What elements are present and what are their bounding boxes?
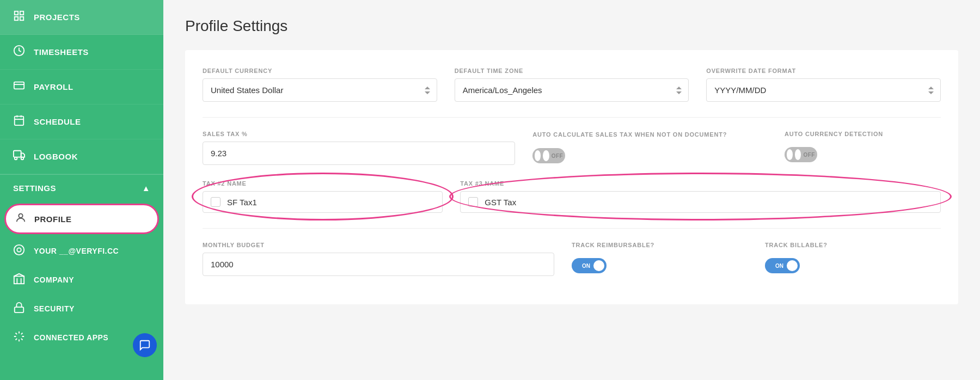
sidebar-item-timesheets[interactable]: TIMESHEETS bbox=[0, 35, 163, 70]
monthly-budget-input[interactable] bbox=[203, 253, 554, 276]
sidebar: PROJECTS TIMESHEETS PAYROLL SCHEDULE LOG… bbox=[0, 0, 163, 380]
row-sales-tax: SALES TAX % AUTO CALCULATE SALES TAX WHE… bbox=[203, 131, 941, 165]
group-tax3-name: TAX #3 NAME bbox=[460, 180, 941, 213]
group-auto-currency: AUTO CURRENCY DETECTION OFF bbox=[785, 131, 941, 165]
sidebar-item-schedule-label: SCHEDULE bbox=[34, 117, 81, 126]
tax2-name-label: TAX #2 NAME bbox=[203, 180, 443, 187]
auto-calc-toggle[interactable]: OFF bbox=[532, 148, 565, 163]
row-budget: MONTHLY BUDGET TRACK REIMBURSABLE? ON TR… bbox=[203, 242, 941, 276]
security-icon bbox=[13, 302, 25, 315]
sales-tax-input[interactable] bbox=[203, 142, 515, 165]
svg-point-15 bbox=[19, 214, 22, 218]
group-track-reimbursable: TRACK REIMBURSABLE? ON bbox=[572, 242, 748, 276]
sidebar-item-email-label: YOUR __@VERYFI.CC bbox=[34, 247, 119, 255]
default-timezone-select[interactable]: America/Los_Angeles America/New_York bbox=[455, 78, 689, 102]
sidebar-item-your-email[interactable]: YOUR __@VERYFI.CC bbox=[0, 236, 163, 265]
sidebar-item-logbook-label: LOGBOOK bbox=[34, 152, 78, 161]
svg-marker-12 bbox=[21, 153, 24, 157]
page-title: Profile Settings bbox=[185, 17, 958, 35]
svg-point-14 bbox=[21, 157, 24, 160]
sidebar-item-connected-apps[interactable]: CONNECTED APPS bbox=[0, 323, 163, 352]
sidebar-item-logbook[interactable]: LOGBOOK bbox=[0, 139, 163, 174]
sidebar-item-company-label: COMPANY bbox=[34, 275, 74, 284]
settings-card: DEFAULT CURRENCY United States Dollar Eu… bbox=[185, 50, 958, 304]
svg-rect-18 bbox=[15, 307, 24, 312]
group-monthly-budget: MONTHLY BUDGET bbox=[203, 242, 554, 276]
sidebar-item-connected-apps-label: CONNECTED APPS bbox=[34, 333, 108, 342]
tax3-name-label: TAX #3 NAME bbox=[460, 180, 941, 187]
svg-rect-0 bbox=[15, 11, 18, 15]
sidebar-item-projects[interactable]: PROJECTS bbox=[0, 0, 163, 35]
svg-rect-3 bbox=[20, 17, 23, 20]
auto-currency-label: AUTO CURRENCY DETECTION bbox=[785, 131, 941, 137]
track-billable-toggle[interactable]: ON bbox=[765, 258, 800, 273]
group-default-currency: DEFAULT CURRENCY United States Dollar Eu… bbox=[203, 68, 437, 102]
tax2-name-input[interactable] bbox=[227, 198, 434, 207]
payroll-icon bbox=[13, 79, 25, 94]
settings-header[interactable]: SETTINGS ▲ bbox=[0, 174, 163, 201]
timesheets-icon bbox=[13, 45, 25, 59]
default-timezone-label: DEFAULT TIME ZONE bbox=[455, 68, 689, 74]
svg-point-13 bbox=[15, 157, 17, 160]
svg-rect-2 bbox=[15, 17, 18, 20]
group-sales-tax: SALES TAX % bbox=[203, 131, 515, 165]
svg-rect-1 bbox=[20, 11, 23, 15]
auto-calc-label: AUTO CALCULATE SALES TAX WHEN NOT ON DOC… bbox=[532, 131, 767, 138]
company-icon bbox=[13, 273, 25, 286]
track-reimbursable-label: TRACK REIMBURSABLE? bbox=[572, 242, 748, 248]
svg-rect-17 bbox=[14, 276, 24, 284]
sidebar-item-schedule[interactable]: SCHEDULE bbox=[0, 105, 163, 139]
sidebar-item-payroll-label: PAYROLL bbox=[34, 82, 74, 91]
divider-1 bbox=[203, 117, 941, 118]
default-currency-label: DEFAULT CURRENCY bbox=[203, 68, 437, 74]
divider-2 bbox=[203, 228, 941, 229]
track-billable-label: TRACK BILLABLE? bbox=[765, 242, 941, 248]
sidebar-item-payroll[interactable]: PAYROLL bbox=[0, 70, 163, 105]
connected-apps-icon bbox=[13, 330, 25, 344]
tax2-checkbox[interactable] bbox=[211, 197, 220, 207]
tax3-name-input[interactable] bbox=[485, 198, 933, 207]
projects-icon bbox=[13, 10, 25, 24]
monthly-budget-label: MONTHLY BUDGET bbox=[203, 242, 554, 248]
sidebar-item-security[interactable]: SECURITY bbox=[0, 294, 163, 323]
tax2-name-field bbox=[203, 191, 443, 213]
tax3-name-field bbox=[460, 191, 941, 213]
date-format-select[interactable]: YYYY/MM/DD MM/DD/YYYY DD/MM/YYYY bbox=[706, 78, 941, 102]
sidebar-item-profile[interactable]: PROFILE bbox=[4, 204, 159, 234]
row-currency-tz-date: DEFAULT CURRENCY United States Dollar Eu… bbox=[203, 68, 941, 102]
default-currency-select[interactable]: United States Dollar Euro British Pound bbox=[203, 78, 437, 102]
auto-calc-toggle-text: OFF bbox=[552, 153, 564, 159]
sidebar-item-projects-label: PROJECTS bbox=[34, 13, 80, 22]
auto-currency-toggle-text: OFF bbox=[803, 152, 815, 158]
schedule-icon bbox=[13, 114, 25, 129]
svg-point-16 bbox=[17, 248, 21, 252]
track-reimbursable-toggle-text: ON bbox=[582, 263, 590, 269]
date-format-label: OVERWRITE DATE FORMAT bbox=[706, 68, 941, 74]
email-icon bbox=[13, 244, 25, 258]
svg-rect-11 bbox=[14, 151, 21, 157]
group-tax2-name: TAX #2 NAME bbox=[203, 180, 443, 213]
svg-rect-5 bbox=[14, 82, 24, 89]
track-reimbursable-toggle[interactable]: ON bbox=[572, 258, 607, 273]
auto-currency-toggle[interactable]: OFF bbox=[785, 147, 817, 162]
settings-label: SETTINGS bbox=[13, 183, 56, 193]
settings-chevron: ▲ bbox=[142, 183, 150, 193]
sidebar-item-security-label: SECURITY bbox=[34, 304, 75, 313]
chat-button[interactable] bbox=[133, 333, 157, 357]
group-auto-calc: AUTO CALCULATE SALES TAX WHEN NOT ON DOC… bbox=[532, 131, 767, 165]
group-date-format: OVERWRITE DATE FORMAT YYYY/MM/DD MM/DD/Y… bbox=[706, 68, 941, 102]
profile-icon bbox=[15, 212, 27, 226]
group-track-billable: TRACK BILLABLE? ON bbox=[765, 242, 941, 276]
track-billable-toggle-text: ON bbox=[775, 263, 783, 269]
svg-rect-7 bbox=[15, 117, 24, 126]
sales-tax-label: SALES TAX % bbox=[203, 131, 515, 137]
sidebar-item-timesheets-label: TIMESHEETS bbox=[34, 47, 89, 57]
tax3-checkbox[interactable] bbox=[468, 197, 478, 207]
main-content: Profile Settings DEFAULT CURRENCY United… bbox=[163, 0, 980, 380]
row-tax-names: TAX #2 NAME TAX #3 NAME bbox=[203, 180, 941, 213]
logbook-icon bbox=[13, 149, 25, 164]
sidebar-item-company[interactable]: COMPANY bbox=[0, 265, 163, 294]
group-default-timezone: DEFAULT TIME ZONE America/Los_Angeles Am… bbox=[455, 68, 689, 102]
sidebar-item-profile-label: PROFILE bbox=[34, 214, 72, 224]
